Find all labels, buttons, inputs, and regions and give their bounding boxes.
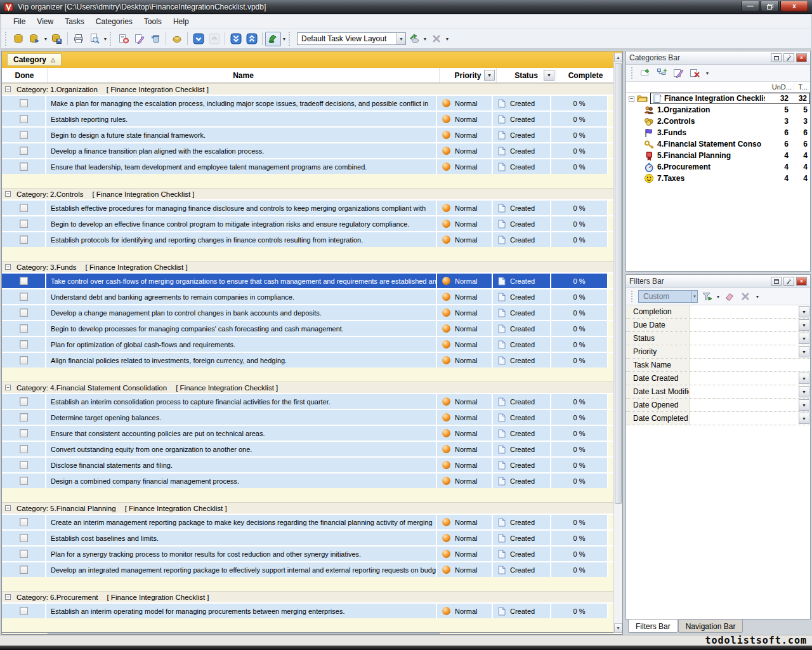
reminder-button[interactable] [265, 32, 281, 46]
print-preview-button[interactable] [86, 32, 102, 46]
task-row[interactable]: Establish effective procedures for manag… [2, 199, 615, 215]
task-row[interactable]: Develop a finance transition plan aligne… [2, 142, 615, 158]
done-checkbox[interactable] [20, 204, 28, 212]
dropdown-arrow-icon[interactable]: ▼ [715, 289, 721, 304]
toolbar-overflow-icon[interactable]: ▼ [754, 289, 761, 304]
delete-category-button[interactable] [688, 66, 703, 80]
filter-value-field[interactable] [690, 319, 799, 331]
filter-dropdown-icon[interactable]: ▼ [799, 333, 809, 344]
close-button[interactable]: x [780, 1, 808, 12]
tab-filters-bar[interactable]: Filters Bar [628, 620, 678, 633]
task-row[interactable]: Plan for a synergy tracking process to m… [2, 545, 615, 561]
filter-value-field[interactable] [690, 372, 799, 385]
collapse-group-icon[interactable]: − [5, 86, 11, 92]
collapse-group-icon[interactable]: − [5, 505, 11, 511]
toolbar-grip[interactable] [289, 32, 292, 46]
open-database-button[interactable] [27, 32, 43, 46]
filter-dropdown-icon[interactable]: ▼ [799, 386, 809, 397]
dropdown-arrow-icon[interactable]: ▼ [281, 32, 287, 46]
dropdown-arrow-icon[interactable]: ▼ [422, 32, 428, 46]
filter-dropdown-icon[interactable]: ▼ [799, 399, 809, 411]
task-row[interactable]: Understand debt and banking agreements t… [2, 288, 615, 304]
column-header-priority[interactable]: Priority ▼ [440, 68, 497, 83]
edit-category-button[interactable] [671, 66, 686, 80]
task-row[interactable]: Align financial policies related to inve… [2, 352, 615, 368]
filter-dropdown-icon[interactable]: ▼ [799, 413, 809, 424]
column-header-total[interactable]: T... [794, 83, 810, 91]
collapse-group-icon[interactable]: − [5, 264, 11, 270]
done-checkbox[interactable] [20, 235, 28, 244]
move-down-button[interactable] [190, 32, 206, 46]
filter-dropdown-icon[interactable]: ▼ [799, 346, 809, 357]
tree-category-row[interactable]: 1.Organization55 [626, 104, 810, 116]
delete-filter-button[interactable] [737, 289, 753, 304]
menu-help[interactable]: Help [167, 15, 195, 28]
category-group-header[interactable]: −Category: 1.Organization[ Finance Integ… [2, 83, 615, 95]
scrollbar-thumb[interactable] [615, 63, 622, 504]
done-checkbox[interactable] [20, 445, 28, 453]
tree-root-row[interactable]: −Finance Integration Checklis3232 [626, 93, 810, 104]
task-row[interactable]: Begin to develop an effective finance co… [2, 215, 615, 231]
menu-categories[interactable]: Categories [90, 15, 138, 28]
task-row[interactable]: Plan for optimization of global cash-flo… [2, 336, 615, 352]
task-row[interactable]: Begin to develop processes for managing … [2, 320, 615, 336]
column-header-name[interactable]: Name [48, 68, 440, 83]
task-row[interactable]: Develop a change management plan to cont… [2, 304, 615, 320]
task-row[interactable]: Establish an interim operating model for… [2, 602, 615, 618]
collapse-group-icon[interactable]: − [5, 594, 11, 600]
task-row[interactable]: Begin to design a future state financial… [2, 126, 615, 142]
collapse-tree-icon[interactable]: − [629, 96, 634, 102]
collapse-group-icon[interactable]: − [5, 385, 11, 390]
tree-category-row[interactable]: 4.Financial Statement Conso66 [626, 138, 810, 150]
done-checkbox[interactable] [20, 131, 28, 139]
menu-tasks[interactable]: Tasks [59, 15, 90, 28]
filter-value-field[interactable] [690, 345, 799, 358]
done-checkbox[interactable] [20, 477, 28, 485]
done-checkbox[interactable] [20, 308, 28, 317]
group-by-category-button[interactable]: Category △ [7, 53, 62, 66]
filter-preset-combobox[interactable]: Custom ▼ [638, 290, 698, 303]
complete-task-button[interactable] [169, 32, 185, 46]
task-row[interactable]: Make a plan for managing the escalation … [2, 95, 615, 110]
apply-layout-button[interactable] [406, 32, 422, 46]
category-group-header[interactable]: −Category: 4.Financial Statement Consoli… [2, 381, 615, 393]
combobox-dropdown-icon[interactable]: ▼ [691, 291, 697, 302]
task-row[interactable]: Disclose financial statements and filing… [2, 456, 615, 472]
scroll-up-icon[interactable]: ▲ [614, 53, 622, 62]
panel-pin-icon[interactable] [783, 53, 794, 62]
done-checkbox[interactable] [20, 293, 28, 301]
done-checkbox[interactable] [20, 220, 28, 228]
menu-file[interactable]: File [8, 15, 31, 28]
tree-category-row[interactable]: 6.Procurement44 [626, 161, 810, 173]
task-row[interactable]: Establish reporting rules.NormalCreated0… [2, 110, 615, 126]
filter-value-field[interactable] [690, 359, 810, 371]
panel-pin-icon[interactable] [783, 277, 794, 286]
done-checkbox[interactable] [20, 413, 28, 421]
filter-value-field[interactable] [690, 399, 799, 411]
done-checkbox[interactable] [20, 518, 28, 526]
combobox-dropdown-icon[interactable]: ▼ [396, 33, 405, 44]
collapse-all-button[interactable] [244, 32, 259, 46]
toolbar-grip[interactable] [631, 291, 634, 302]
task-row[interactable]: Develop an integrated management reporti… [2, 561, 615, 577]
task-row[interactable]: Design a combined company financial mana… [2, 472, 615, 488]
tree-category-row[interactable]: 7.Taxes44 [626, 173, 810, 184]
category-group-header[interactable]: −Category: 6.Procurement[ Finance Integr… [2, 591, 615, 602]
scroll-down-icon[interactable]: ▼ [614, 623, 622, 633]
priority-filter-dropdown-icon[interactable]: ▼ [484, 70, 495, 81]
category-group-header[interactable]: −Category: 2.Controls[ Finance Integrati… [2, 188, 615, 199]
new-task-button[interactable] [115, 32, 131, 46]
print-button[interactable] [70, 32, 86, 46]
restore-button[interactable] [761, 1, 779, 12]
done-checkbox[interactable] [20, 162, 28, 171]
panel-maximize-icon[interactable] [771, 53, 782, 62]
done-checkbox[interactable] [20, 607, 28, 615]
task-row[interactable]: Establish an interim consolidation proce… [2, 393, 615, 409]
apply-filter-button[interactable] [699, 289, 715, 304]
tree-category-row[interactable]: 5.Financial Planning44 [626, 150, 810, 161]
expand-all-button[interactable] [228, 32, 244, 46]
done-checkbox[interactable] [20, 324, 28, 333]
tree-category-row[interactable]: 3.Funds66 [626, 127, 810, 138]
menu-view[interactable]: View [31, 15, 59, 28]
toolbar-overflow-icon[interactable]: ▼ [444, 32, 450, 46]
